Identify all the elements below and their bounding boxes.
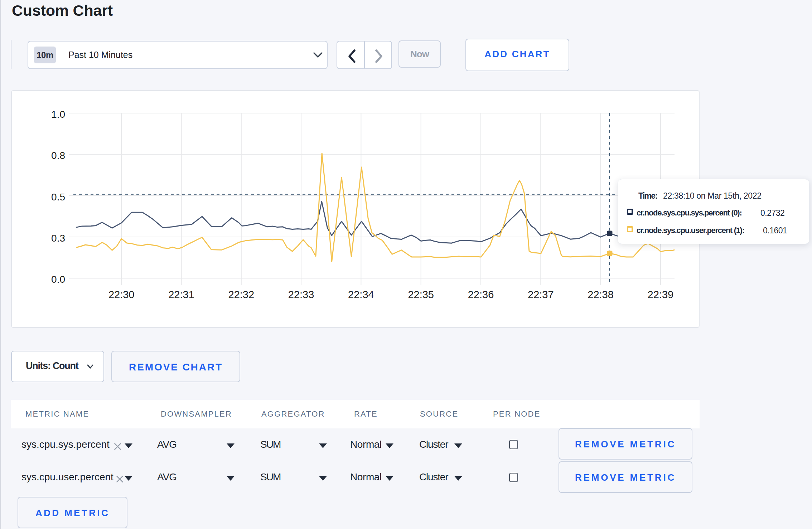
svg-text:22:38: 22:38 [588,289,614,300]
svg-text:0.5: 0.5 [51,191,65,203]
svg-text:22:30: 22:30 [108,289,135,300]
svg-text:0.3: 0.3 [51,233,65,244]
svg-text:22:36: 22:36 [468,289,494,300]
svg-text:0.0: 0.0 [51,274,65,285]
svg-text:22:32: 22:32 [228,289,255,300]
svg-text:22:35: 22:35 [408,289,434,300]
svg-text:22:37: 22:37 [528,289,554,300]
svg-text:0.8: 0.8 [51,150,65,161]
svg-text:1.0: 1.0 [51,109,65,120]
svg-text:22:39: 22:39 [648,289,674,300]
svg-text:22:34: 22:34 [348,289,374,300]
svg-text:22:31: 22:31 [168,289,194,300]
svg-text:22:33: 22:33 [288,289,314,300]
